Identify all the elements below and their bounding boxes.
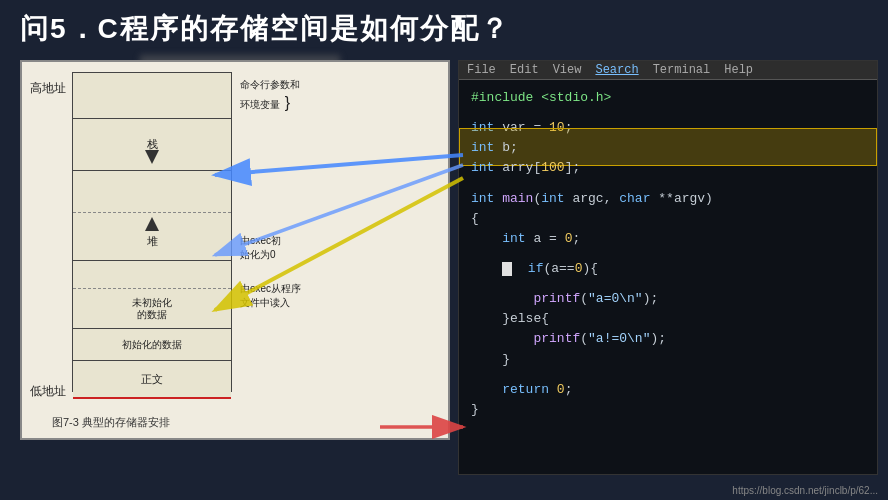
uninit-block: 未初始化的数据 [73,289,231,329]
code-line-14: }else{ [471,309,865,329]
code-line-16: } [471,350,865,370]
stack-block: 栈 [73,119,231,171]
menu-search[interactable]: Search [595,63,638,77]
code-line-10 [471,249,865,259]
memory-blocks: 栈 堆 未初始化的数据 初始化的数据 [72,72,232,392]
menu-file[interactable]: File [467,63,496,77]
code-line-12 [471,279,865,289]
gap2-block [73,261,231,289]
uninit-label: 未初始化的数据 [132,297,172,321]
text-block: 正文 [73,361,231,399]
menu-help[interactable]: Help [724,63,753,77]
bottom-link: https://blog.csdn.net/jinclb/p/62... [732,485,878,496]
memory-diagram-panel: 高地址 栈 堆 [20,60,450,440]
code-panel: File Edit View Search Terminal Help #inc… [458,60,878,475]
code-line-2 [471,108,865,118]
page-title: 问5．C程序的存储空间是如何分配？ [20,10,510,48]
gap1-block [73,171,231,213]
code-line-11: if(a==0){ [471,259,865,279]
code-line-17 [471,370,865,380]
code-line-4: int b; [471,138,865,158]
code-line-9: int a = 0; [471,229,865,249]
svg-marker-1 [145,217,159,231]
init-label: 初始化的数据 [122,338,182,352]
code-line-6 [471,179,865,189]
high-address-label: 高地址 [30,80,66,97]
diagram-caption: 图7-3 典型的存储器安排 [52,415,170,430]
code-line-7: int main(int argc, char **argv) [471,189,865,209]
cmd-env-block [73,73,231,119]
code-line-18: return 0; [471,380,865,400]
menu-edit[interactable]: Edit [510,63,539,77]
menu-terminal[interactable]: Terminal [653,63,711,77]
code-content: #include <stdio.h> int var = 10; int b; … [459,80,877,428]
heap-block: 堆 [73,213,231,261]
init-right-label: 由exec从程序文件中读入 [240,282,301,310]
code-line-8: { [471,209,865,229]
code-line-5: int arry[100]; [471,158,865,178]
terminal-menubar[interactable]: File Edit View Search Terminal Help [459,61,877,80]
text-label: 正文 [141,372,163,387]
cmd-env-right-label: 命令行参数和环境变量 } [240,78,300,114]
code-line-19: } [471,400,865,420]
low-address-label: 低地址 [30,383,66,400]
code-line-13: printf("a=0\n"); [471,289,865,309]
code-line-1: #include <stdio.h> [471,88,865,108]
init-block: 初始化的数据 [73,329,231,361]
menu-view[interactable]: View [553,63,582,77]
uninit-right-label: 由exec初始化为0 [240,234,281,262]
svg-marker-0 [145,150,159,164]
code-line-15: printf("a!=0\n"); [471,329,865,349]
